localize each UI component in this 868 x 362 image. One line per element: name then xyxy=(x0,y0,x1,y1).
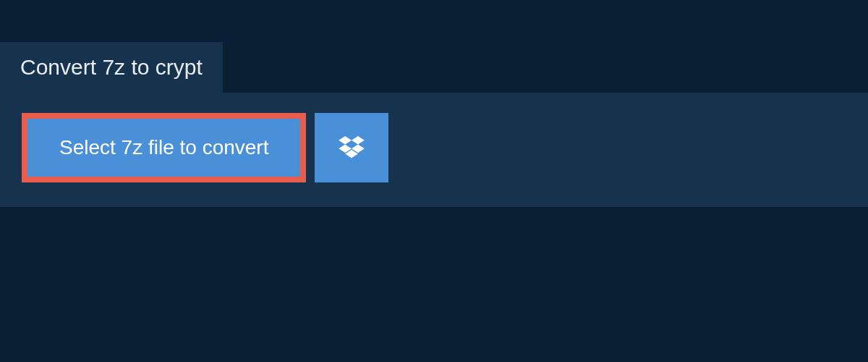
tab-header: Convert 7z to crypt xyxy=(0,42,223,93)
select-file-label: Select 7z file to convert xyxy=(59,136,268,159)
button-row: Select 7z file to convert xyxy=(22,113,846,182)
dropbox-button[interactable] xyxy=(315,113,388,182)
select-file-button[interactable]: Select 7z file to convert xyxy=(22,113,306,182)
dropbox-icon xyxy=(339,136,365,159)
page-title: Convert 7z to crypt xyxy=(20,55,203,79)
converter-panel: Select 7z file to convert xyxy=(0,93,868,207)
